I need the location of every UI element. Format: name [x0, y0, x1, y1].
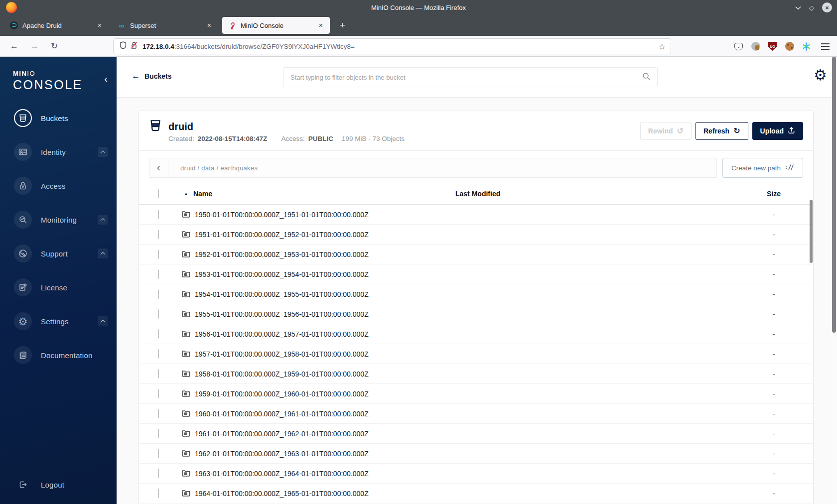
sidebar-item-monitoring[interactable]: Monitoring [0, 203, 117, 237]
table-scrollbar-thumb[interactable] [810, 200, 813, 263]
row-checkbox[interactable] [158, 230, 159, 239]
page-scrollbar[interactable] [831, 57, 837, 504]
object-name[interactable]: 1952-01-01T00:00:00.000Z_1953-01-01T00:0… [195, 251, 369, 258]
ublock-icon[interactable]: UO [768, 42, 777, 51]
table-row[interactable]: 1959-01-01T00:00:00.000Z_1960-01-01T00:0… [139, 384, 813, 404]
row-checkbox[interactable] [158, 269, 159, 279]
tab-minio-console-active[interactable]: MinIO Console × [222, 17, 330, 34]
search-input[interactable] [283, 74, 642, 81]
table-row[interactable]: 1955-01-01T00:00:00.000Z_1956-01-01T00:0… [139, 304, 813, 324]
sidebar-item-license[interactable]: License [0, 270, 117, 304]
column-header-name[interactable]: Name [193, 190, 212, 198]
row-checkbox[interactable] [158, 489, 159, 498]
object-name[interactable]: 1950-01-01T00:00:00.000Z_1951-01-01T00:0… [195, 211, 369, 219]
table-row[interactable]: 1953-01-01T00:00:00.000Z_1954-01-01T00:0… [139, 264, 813, 284]
back-icon[interactable]: ← [7, 40, 21, 52]
tab-close-icon[interactable]: × [97, 21, 103, 29]
sort-ascending-icon[interactable]: ▲ [184, 191, 188, 196]
row-checkbox[interactable] [158, 289, 159, 299]
object-name[interactable]: 1963-01-01T00:00:00.000Z_1964-01-01T00:0… [195, 470, 369, 478]
row-checkbox[interactable] [158, 469, 159, 478]
row-checkbox[interactable] [158, 329, 159, 339]
table-row[interactable]: 1962-01-01T00:00:00.000Z_1963-01-01T00:0… [139, 444, 813, 464]
object-name[interactable]: 1954-01-01T00:00:00.000Z_1955-01-01T00:0… [195, 290, 369, 298]
object-name[interactable]: 1955-01-01T00:00:00.000Z_1956-01-01T00:0… [195, 310, 369, 318]
pocket-icon[interactable]: ⌄ [734, 42, 743, 51]
sidebar-item-logout[interactable]: Logout [0, 472, 117, 497]
sidebar-item-buckets[interactable]: Buckets [0, 101, 117, 135]
url-bar[interactable]: 172.18.0.4:31664/buckets/druid/browse/ZG… [114, 39, 671, 54]
row-checkbox[interactable] [158, 369, 159, 378]
cookie-extension-icon[interactable] [785, 42, 794, 51]
table-row[interactable]: 1950-01-01T00:00:00.000Z_1951-01-01T00:0… [139, 205, 813, 225]
object-name[interactable]: 1959-01-01T00:00:00.000Z_1960-01-01T00:0… [195, 390, 369, 398]
sidebar-item-access[interactable]: Access [0, 169, 117, 203]
reload-icon[interactable]: ↻ [48, 40, 61, 52]
column-header-last-modified[interactable]: Last Modified [455, 190, 734, 198]
asterisk-extension-icon[interactable] [802, 42, 811, 51]
table-row[interactable]: 1957-01-01T00:00:00.000Z_1958-01-01T00:0… [139, 344, 813, 364]
table-row[interactable]: 1952-01-01T00:00:00.000Z_1953-01-01T00:0… [139, 245, 813, 264]
sidebar-item-settings[interactable]: ⚙ Settings [0, 304, 117, 338]
row-checkbox[interactable] [158, 429, 159, 438]
row-checkbox[interactable] [158, 349, 159, 359]
table-row[interactable]: 1958-01-01T00:00:00.000Z_1959-01-01T00:0… [139, 364, 813, 384]
collapse-chevron-icon[interactable] [98, 215, 108, 225]
window-close-icon[interactable]: × [822, 2, 832, 12]
column-header-size[interactable]: Size [734, 190, 813, 198]
create-new-path-button[interactable]: Create new path [722, 158, 803, 178]
object-name[interactable]: 1951-01-01T00:00:00.000Z_1952-01-01T00:0… [195, 231, 369, 239]
row-checkbox[interactable] [158, 409, 159, 418]
object-name[interactable]: 1960-01-01T00:00:00.000Z_1961-01-01T00:0… [195, 410, 369, 418]
window-minimize-icon[interactable] [795, 4, 801, 11]
window-maximize-icon[interactable]: ◇ [809, 4, 814, 11]
object-name[interactable]: 1957-01-01T00:00:00.000Z_1958-01-01T00:0… [195, 350, 369, 358]
tracking-shield-icon[interactable] [120, 41, 127, 51]
object-name[interactable]: 1956-01-01T00:00:00.000Z_1957-01-01T00:0… [195, 330, 369, 338]
object-name[interactable]: 1953-01-01T00:00:00.000Z_1954-01-01T00:0… [195, 270, 369, 278]
refresh-button[interactable]: Refresh ↻ [696, 122, 748, 140]
breadcrumb[interactable]: druid / data / earthquakes [168, 164, 258, 172]
table-row[interactable]: 1963-01-01T00:00:00.000Z_1964-01-01T00:0… [139, 464, 813, 484]
object-name[interactable]: 1961-01-01T00:00:00.000Z_1962-01-01T00:0… [195, 430, 369, 438]
row-checkbox[interactable] [158, 210, 159, 219]
rewind-button[interactable]: Rewind ↺ [640, 122, 692, 140]
url-text[interactable]: 172.18.0.4:31664/buckets/druid/browse/ZG… [142, 43, 659, 50]
table-row[interactable]: 1956-01-01T00:00:00.000Z_1957-01-01T00:0… [139, 324, 813, 344]
bookmark-star-icon[interactable]: ☆ [659, 42, 666, 51]
collapse-chevron-icon[interactable] [98, 147, 108, 157]
collapse-chevron-icon[interactable] [98, 249, 108, 258]
table-row[interactable]: 1960-01-01T00:00:00.000Z_1961-01-01T00:0… [139, 404, 813, 424]
object-name[interactable]: 1958-01-01T00:00:00.000Z_1959-01-01T00:0… [195, 370, 369, 378]
row-checkbox[interactable] [158, 250, 159, 259]
sidebar-collapse-icon[interactable]: ‹ [104, 74, 108, 84]
tab-superset[interactable]: ∞ Superset × [112, 17, 218, 34]
privacy-badger-icon[interactable] [751, 42, 760, 51]
sidebar-item-documentation[interactable]: Documentation [0, 338, 117, 372]
tab-close-icon[interactable]: × [206, 21, 212, 29]
table-row[interactable]: 1951-01-01T00:00:00.000Z_1952-01-01T00:0… [139, 225, 813, 245]
tab-apache-druid[interactable]: Apache Druid × [4, 17, 109, 34]
menu-hamburger-icon[interactable] [821, 42, 830, 51]
insecure-lock-icon[interactable] [131, 41, 138, 51]
upload-button[interactable]: Upload [752, 122, 803, 140]
row-checkbox[interactable] [158, 309, 159, 319]
object-name[interactable]: 1962-01-01T00:00:00.000Z_1963-01-01T00:0… [195, 450, 369, 458]
forward-icon[interactable]: → [27, 40, 42, 52]
sidebar-item-identity[interactable]: Identity [0, 135, 117, 169]
collapse-chevron-icon[interactable] [98, 316, 108, 326]
table-row[interactable]: 1954-01-01T00:00:00.000Z_1955-01-01T00:0… [139, 284, 813, 304]
select-all-checkbox[interactable] [158, 189, 159, 198]
sidebar-item-support[interactable]: Support [0, 237, 117, 270]
table-row[interactable]: 1961-01-01T00:00:00.000Z_1962-01-01T00:0… [139, 424, 813, 444]
object-name[interactable]: 1964-01-01T00:00:00.000Z_1965-01-01T00:0… [195, 490, 369, 498]
console-settings-gear-icon[interactable]: ⚙ [814, 68, 827, 83]
table-row[interactable]: 1964-01-01T00:00:00.000Z_1965-01-01T00:0… [139, 484, 813, 504]
page-scrollbar-thumb[interactable] [832, 57, 836, 333]
tab-close-icon[interactable]: × [318, 21, 324, 29]
row-checkbox[interactable] [158, 449, 159, 458]
new-tab-button[interactable]: + [336, 20, 349, 31]
back-to-buckets-link[interactable]: ← Buckets [132, 72, 171, 80]
row-checkbox[interactable] [158, 389, 159, 398]
path-back-chevron-icon[interactable]: ‹ [149, 158, 168, 177]
